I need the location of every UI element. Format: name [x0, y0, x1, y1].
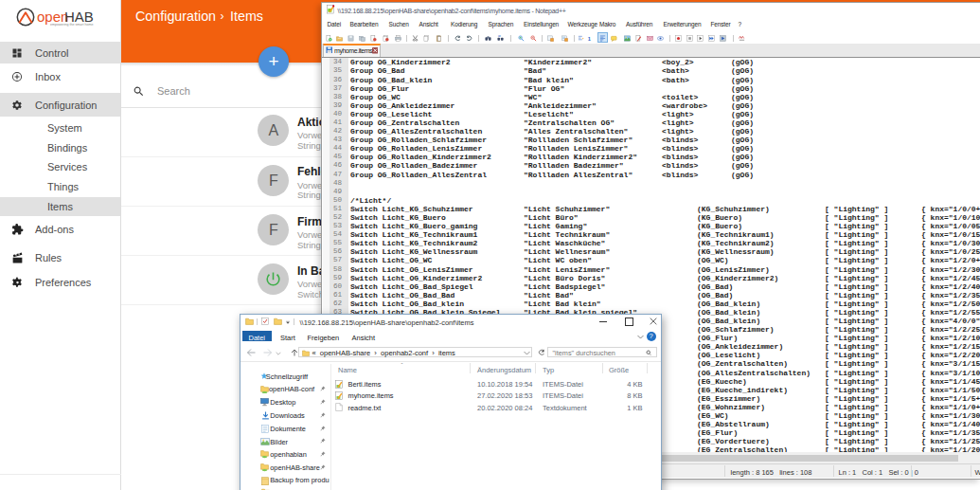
svg-text:empowering the smart home: empowering the smart home: [50, 23, 94, 27]
svg-text:ab: ab: [498, 35, 501, 38]
svg-text:1: 1: [588, 35, 591, 41]
